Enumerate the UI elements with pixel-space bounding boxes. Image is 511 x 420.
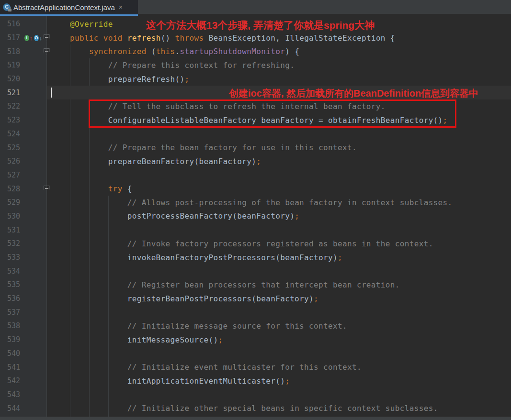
code-line-533[interactable]: 533 invokeBeanFactoryPostProcessors(bean… [0,251,511,265]
code-text: // Prepare the bean factory for use in t… [51,143,511,152]
code-line-537[interactable]: 537 [0,305,511,319]
code-text: // Initialize message source for this co… [51,321,511,331]
annotation-ioc-container: 创建ioc容器, 然后加载所有的BeanDefinition信息到容器中 [229,87,478,100]
code-line-528[interactable]: 528 try { [0,182,511,196]
code-line-543[interactable]: 543 [0,388,511,402]
overrides-arrow-icon[interactable]: ↑ [30,35,33,41]
highlight-red-box [89,99,456,128]
ide-window: C AbstractApplicationContext.java × 516 … [0,0,511,420]
code-line-531[interactable]: 531 [0,223,511,237]
line-number[interactable]: 525 [0,144,22,152]
line-number[interactable]: 543 [0,390,22,399]
bottom-panel-edge [0,417,511,420]
code-text: // Register bean processors that interce… [51,280,511,289]
line-number[interactable]: 535 [0,280,22,289]
line-number[interactable]: 540 [0,349,22,358]
line-number[interactable]: 542 [0,376,22,385]
close-icon[interactable]: × [119,4,123,11]
code-line-534[interactable]: 534 [0,264,511,278]
code-line-532[interactable]: 532 // Invoke factory processors registe… [0,237,511,251]
editor-tab-bar: C AbstractApplicationContext.java × [0,0,511,16]
annotation-refresh-steps: 这个方法大概13个步骤, 弄清楚了你就是spring大神 [146,19,375,32]
line-number[interactable]: 522 [0,102,22,111]
code-text: invokeBeanFactoryPostProcessors(beanFact… [51,253,511,262]
line-number[interactable]: 544 [0,404,22,413]
line-number[interactable]: 538 [0,321,22,330]
code-area[interactable]: 516 @Override517I↑O↓ public void refresh… [0,17,511,415]
fold-column [42,186,51,192]
line-number[interactable]: 524 [0,130,22,138]
overrides-method-icon[interactable]: I [24,35,29,41]
line-number[interactable]: 521 [0,88,22,97]
line-number[interactable]: 516 [0,20,22,28]
line-number[interactable]: 526 [0,157,22,166]
line-number[interactable]: 539 [0,335,22,344]
fold-marker-icon[interactable] [44,186,50,192]
code-line-524[interactable]: 524 [0,127,511,141]
code-line-536[interactable]: 536 registerBeanPostProcessors(beanFacto… [0,292,511,306]
code-line-517[interactable]: 517I↑O↓ public void refresh() throws Bea… [0,31,511,45]
text-caret [51,88,52,98]
code-text: public void refresh() throws BeansExcept… [51,33,511,43]
code-text: // Initialize event multicaster for this… [51,363,511,372]
line-number[interactable]: 517 [0,33,22,42]
code-line-529[interactable]: 529 // Allows post-processing of the bea… [0,196,511,210]
line-number[interactable]: 519 [0,61,22,69]
code-line-540[interactable]: 540 [0,347,511,361]
code-line-526[interactable]: 526 prepareBeanFactory(beanFactory); [0,155,511,168]
fold-column [42,48,51,55]
code-line-538[interactable]: 538 // Initialize message source for thi… [0,319,511,333]
code-line-544[interactable]: 544 // Initialize other special beans in… [0,401,511,415]
code-line-527[interactable]: 527 [0,168,511,182]
code-line-519[interactable]: 519 // Prepare this context for refreshi… [0,58,511,72]
code-line-535[interactable]: 535 // Register bean processors that int… [0,278,511,292]
line-number[interactable]: 536 [0,294,22,303]
code-text: prepareRefresh(); [51,75,511,84]
code-text: try { [51,184,511,193]
line-number[interactable]: 520 [0,75,22,83]
code-text: initApplicationEventMulticaster(); [51,376,511,386]
fold-marker-icon[interactable] [44,48,50,55]
line-number[interactable]: 527 [0,171,22,179]
line-number[interactable]: 534 [0,267,22,276]
code-line-541[interactable]: 541 // Initialize event multicaster for … [0,360,511,374]
gutter-icons: I↑O↓ [22,35,42,41]
line-number[interactable]: 529 [0,198,22,207]
code-line-530[interactable]: 530 postProcessBeanFactory(beanFactory); [0,210,511,223]
code-line-520[interactable]: 520 prepareRefresh(); [0,72,511,86]
line-number[interactable]: 523 [0,116,22,124]
lock-icon [8,9,11,11]
code-text: // Initialize other special beans in spe… [51,404,511,413]
code-text: postProcessBeanFactory(beanFactory); [51,211,511,221]
tab-title: AbstractApplicationContext.java [13,3,115,11]
line-number[interactable]: 528 [0,185,22,193]
line-number[interactable]: 518 [0,47,22,56]
code-text: // Allows post-processing of the bean fa… [51,198,511,207]
line-number[interactable]: 531 [0,226,22,234]
line-number[interactable]: 532 [0,239,22,248]
fold-marker-icon[interactable] [44,34,50,41]
code-line-518[interactable]: 518 synchronized (this.startupShutdownMo… [0,44,511,58]
fold-column [42,34,51,41]
line-number[interactable]: 533 [0,253,22,262]
code-line-525[interactable]: 525 // Prepare the bean factory for use … [0,141,511,155]
code-text: initMessageSource(); [51,335,511,344]
line-number[interactable]: 541 [0,363,22,372]
overridden-method-icon[interactable]: O [34,35,39,41]
line-number[interactable]: 537 [0,308,22,317]
tab-abstract-application-context[interactable]: C AbstractApplicationContext.java × [0,0,138,16]
code-text: synchronized (this.startupShutdownMonito… [51,47,511,56]
code-line-542[interactable]: 542 initApplicationEventMulticaster(); [0,374,511,388]
code-text: // Prepare this context for refreshing. [51,61,511,70]
line-number[interactable]: 530 [0,212,22,221]
code-text: prepareBeanFactory(beanFactory); [51,157,511,166]
code-text: // Invoke factory processors registered … [51,239,511,248]
java-class-icon: C [3,3,11,11]
code-text: registerBeanPostProcessors(beanFactory); [51,294,511,303]
code-line-539[interactable]: 539 initMessageSource(); [0,333,511,347]
